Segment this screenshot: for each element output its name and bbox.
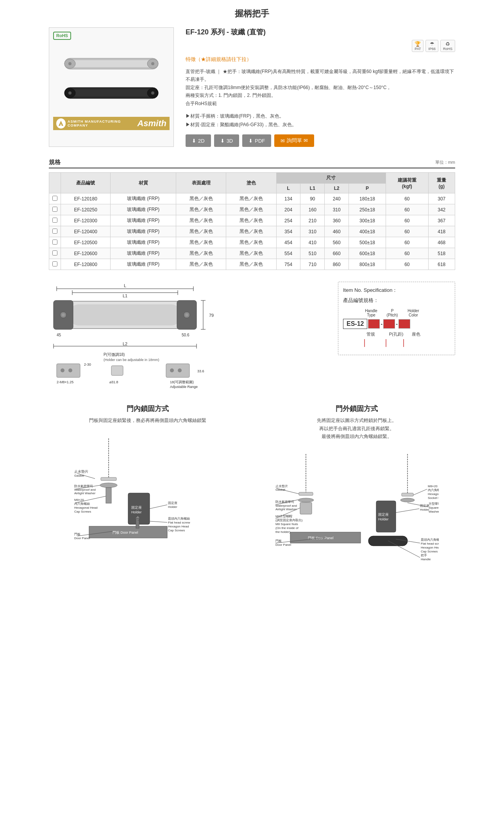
row-product-id: EF-120800 — [61, 259, 111, 270]
item-spec-header-row: HandleType P(Pitch) HolderColor — [343, 309, 450, 317]
row-P: 250±18 — [349, 204, 386, 215]
row-checkbox[interactable] — [52, 229, 57, 234]
inner-locking-svg: 固定座 Holder 門板 Door Panel 止水墊片 Gasket — [73, 431, 222, 567]
svg-point-42 — [68, 368, 72, 372]
pat-icon: 🏆 — [415, 41, 421, 47]
svg-text:M8×20: M8×20 — [74, 498, 84, 502]
svg-text:Hexagon Head: Hexagon Head — [168, 525, 189, 528]
svg-point-41 — [61, 368, 64, 372]
handle-type-header: HandleType — [363, 309, 379, 317]
row-L1: 710 — [300, 259, 325, 270]
features-link-text[interactable]: 特徵（★詳細規格請往下拉） — [186, 56, 252, 62]
svg-text:50.6: 50.6 — [182, 333, 189, 337]
btn-pdf[interactable]: ⬇ PDF — [242, 134, 271, 147]
svg-text:the holder): the holder) — [275, 530, 291, 534]
svg-rect-65 — [136, 518, 139, 528]
row-weight: 367 — [428, 215, 455, 226]
th-checkbox — [49, 173, 61, 193]
product-image-box: RoHS — [49, 27, 174, 147]
svg-text:Handle: Handle — [421, 558, 431, 561]
download-icon-2d: ⬇ — [192, 138, 196, 144]
btn-3d[interactable]: ⬇ 3D — [214, 134, 239, 147]
row-product-id: EF-120300 — [61, 215, 111, 226]
umbrella-label: IP66 — [428, 47, 436, 51]
dimensions-section: L L1 79 — [49, 282, 455, 392]
row-checkbox[interactable] — [52, 239, 57, 245]
row-L1: 410 — [300, 237, 325, 248]
svg-point-5 — [151, 62, 154, 65]
material-handle-text: ▶材質-手握柄：玻璃纖維(FRP)，黑色、灰色。 — [186, 112, 455, 121]
row-L2: 360 — [325, 215, 349, 226]
row-checkbox[interactable] — [52, 261, 57, 266]
holder-color-box — [399, 319, 410, 329]
svg-text:Holder: Holder — [131, 510, 142, 514]
item-spec-code-row: ES-12 - - — [343, 319, 450, 329]
row-material: 玻璃纖維 (FRP) — [111, 204, 176, 215]
svg-text:45: 45 — [57, 333, 61, 337]
svg-text:Adjustable Range: Adjustable Range — [170, 385, 198, 389]
row-L: 254 — [276, 215, 300, 226]
row-weight: 618 — [428, 259, 455, 270]
svg-point-92 — [298, 498, 314, 502]
row-P: 300±18 — [349, 215, 386, 226]
svg-point-4 — [68, 62, 71, 65]
inner-locking-title: 門內鎖固方式 — [49, 404, 246, 413]
row-checkbox[interactable] — [52, 250, 57, 256]
row-checkbox[interactable] — [52, 196, 57, 201]
btn-inquiry[interactable]: ✉ 詢問單 ✉ — [274, 134, 314, 147]
svg-text:固定座: 固定座 — [131, 506, 142, 509]
pitch-box — [383, 319, 395, 329]
product-model-title: EF-120 系列 - 玻纖 (直管) — [186, 27, 455, 37]
row-L: 354 — [276, 226, 300, 237]
asmith-brand-text: Asmith — [137, 118, 166, 129]
row-P: 800±18 — [349, 259, 386, 270]
svg-rect-96 — [376, 501, 396, 532]
svg-text:Door Panel: Door Panel — [275, 543, 291, 547]
svg-text:固定座: 固定座 — [420, 504, 429, 508]
row-checkbox[interactable] — [52, 218, 57, 223]
zh-holder-color: 座色 — [410, 331, 422, 337]
th-product-no: 產品編號 — [61, 173, 111, 193]
row-material: 玻璃纖維 (FRP) — [111, 259, 176, 270]
row-material: 玻璃纖維 (FRP) — [111, 193, 176, 204]
svg-text:把手: 把手 — [421, 554, 427, 557]
svg-text:方型華司: 方型華司 — [429, 502, 439, 506]
row-L2: 460 — [325, 226, 349, 237]
svg-text:79: 79 — [209, 313, 214, 318]
dash-separator2: - — [396, 321, 398, 327]
outer-locking-desc: 先將固定座以圖示方式輕鎖於門板上。 再以把手合兩孔適當孔距後再鎖緊。 最後將兩側… — [258, 416, 455, 440]
svg-rect-93 — [300, 502, 312, 514]
th-color: 塗色 — [226, 173, 276, 193]
svg-text:防水氣密華司: 防水氣密華司 — [74, 484, 93, 488]
specs-section: 規格 單位：mm 產品編號 材質 表面處理 塗色 尺寸 建議荷重(kgf) 重量… — [49, 159, 455, 270]
download-icon-3d: ⬇ — [220, 138, 225, 144]
btn-3d-label: 3D — [227, 138, 233, 144]
row-surface: 黑色／灰色 — [176, 215, 226, 226]
features-link[interactable]: 特徵（★詳細規格請往下拉） — [186, 56, 455, 63]
row-product-id: EF-120400 — [61, 226, 111, 237]
row-surface: 黑色／灰色 — [176, 204, 226, 215]
row-surface: 黑色／灰色 — [176, 259, 226, 270]
row-weight: 307 — [428, 193, 455, 204]
rohs-cert-badge: ♻ RoHS — [440, 40, 455, 52]
row-L2: 660 — [325, 248, 349, 259]
svg-point-46 — [178, 368, 182, 372]
svg-line-79 — [150, 505, 167, 509]
svg-text:L: L — [124, 283, 126, 288]
svg-text:2-30: 2-30 — [84, 363, 91, 366]
row-color: 黑色／灰色 — [226, 215, 276, 226]
row-checkbox[interactable] — [52, 207, 57, 212]
svg-text:(On the inside of: (On the inside of — [275, 526, 298, 530]
svg-text:固定座: 固定座 — [378, 513, 389, 517]
svg-text:Socket Screws: Socket Screws — [428, 496, 439, 500]
material-list: ▶材質-手握柄：玻璃纖維(FRP)，黑色、灰色。 ▶材質-固定座：聚酯纖維(PA… — [186, 112, 455, 129]
svg-text:Washers: Washers — [429, 510, 439, 513]
svg-text:Gasket: Gasket — [74, 474, 84, 477]
btn-2d[interactable]: ⬇ 2D — [186, 134, 211, 147]
row-checkbox-cell — [49, 193, 61, 204]
svg-rect-91 — [299, 492, 313, 495]
row-load: 60 — [386, 259, 428, 270]
table-row: EF-120180 玻璃纖維 (FRP) 黑色／灰色 黑色／灰色 134 90 … — [49, 193, 455, 204]
svg-rect-1 — [68, 60, 154, 67]
row-L: 454 — [276, 237, 300, 248]
